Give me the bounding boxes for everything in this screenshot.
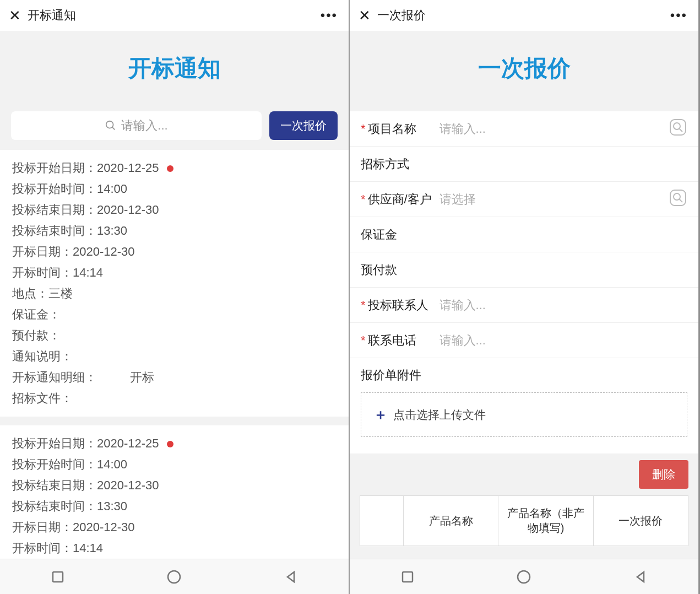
close-icon[interactable]: ✕	[359, 7, 371, 24]
android-nav-right	[350, 559, 698, 594]
row-label: 通知说明：	[12, 349, 73, 363]
row-label: 地点：	[12, 287, 48, 300]
notice-row: 投标结束日期：2020-12-30	[12, 475, 337, 496]
notice-row: 投标开始日期：2020-12-25	[12, 433, 337, 454]
close-icon[interactable]: ✕	[9, 7, 21, 24]
unread-dot-icon	[167, 165, 173, 172]
row-label: 投标结束日期：	[12, 203, 97, 217]
recent-apps-icon[interactable]	[51, 570, 65, 584]
row-value: 13:30	[97, 499, 127, 513]
row-value: 2020-12-30	[97, 478, 159, 492]
form-field[interactable]: *项目名称请输入...	[350, 111, 698, 147]
notice-row: 投标结束日期：2020-12-30	[12, 199, 337, 220]
nav-title: 开标通知	[28, 7, 76, 24]
notice-card[interactable]: 投标开始日期：2020-12-25投标开始时间：14:00投标结束日期：2020…	[0, 425, 349, 559]
more-icon[interactable]: •••	[670, 8, 687, 23]
row-label: 投标开始日期：	[12, 161, 97, 175]
row-label: 投标结束时间：	[12, 224, 97, 237]
row-label: 保证金：	[12, 307, 61, 321]
svg-point-0	[106, 121, 113, 128]
back-icon[interactable]	[284, 570, 298, 584]
row-label: 开标时间：	[12, 266, 73, 279]
required-icon: *	[361, 333, 366, 348]
home-icon[interactable]	[166, 569, 182, 585]
form-field[interactable]: *联系电话请输入...	[350, 323, 698, 358]
row-value: 14:00	[97, 182, 127, 196]
field-placeholder: 请输入...	[439, 332, 486, 349]
search-icon	[105, 120, 117, 132]
left-screen: ✕ 开标通知 ••• 开标通知 请输入... 一次报价 投标开始日期：2020-…	[0, 0, 350, 594]
upload-text: 点击选择上传文件	[393, 407, 486, 423]
row-value: 2020-12-30	[97, 203, 159, 217]
row-label: 投标结束时间：	[12, 499, 97, 513]
plus-icon: ＋	[373, 405, 388, 424]
notice-row: 投标结束时间：13:30	[12, 220, 337, 241]
svg-rect-10	[403, 572, 413, 582]
row-value: 13:30	[97, 224, 127, 237]
svg-rect-7	[670, 190, 686, 206]
lookup-icon[interactable]	[669, 188, 687, 210]
notice-row: 开标日期：2020-12-30	[12, 241, 337, 262]
quote-button[interactable]: 一次报价	[269, 111, 338, 140]
field-label: 联系电话	[368, 332, 439, 349]
recent-apps-icon[interactable]	[400, 570, 415, 584]
field-label: 招标方式	[361, 156, 432, 172]
row-value: 2020-12-25	[97, 161, 159, 175]
field-label: 供应商/客户	[368, 191, 439, 208]
delete-button[interactable]: 删除	[639, 460, 688, 489]
notice-row: 投标开始时间：14:00	[12, 179, 337, 199]
row-value: 2020-12-30	[73, 520, 135, 534]
field-placeholder: 请输入...	[439, 121, 486, 137]
notice-card[interactable]: 投标开始日期：2020-12-25投标开始时间：14:00投标结束日期：2020…	[0, 150, 349, 417]
form-field[interactable]: 保证金	[350, 217, 698, 252]
field-label: 项目名称	[368, 121, 439, 137]
delete-row: 删除	[350, 453, 698, 495]
notice-row: 地点：三楼	[12, 283, 337, 304]
row-value: 2020-12-25	[97, 436, 159, 450]
notice-row: 投标开始日期：2020-12-25	[12, 158, 337, 179]
table-header-cell	[360, 496, 404, 546]
row-value: 14:14	[73, 541, 103, 555]
navbar-left: ✕ 开标通知 •••	[0, 0, 349, 31]
field-label: 保证金	[361, 226, 432, 243]
notice-row: 通知说明：	[12, 346, 337, 367]
attachment-title: 报价单附件	[361, 367, 687, 384]
lookup-icon[interactable]	[669, 118, 687, 140]
row-value: 开标	[130, 370, 154, 384]
home-icon[interactable]	[516, 569, 531, 585]
row-label: 开标时间：	[12, 541, 73, 555]
back-icon[interactable]	[633, 570, 648, 584]
svg-line-1	[112, 127, 115, 130]
svg-rect-2	[53, 572, 63, 582]
row-label: 投标开始日期：	[12, 436, 97, 450]
row-label: 开标日期：	[12, 245, 73, 258]
notice-row: 开标时间：14:14	[12, 538, 337, 559]
row-label: 投标结束日期：	[12, 478, 97, 492]
navbar-right: ✕ 一次报价 •••	[350, 0, 698, 31]
svg-line-9	[679, 199, 682, 202]
row-label: 开标日期：	[12, 520, 73, 534]
form-field[interactable]: 招标方式	[350, 147, 698, 182]
android-nav-left	[0, 559, 349, 594]
attachment-section: 报价单附件 ＋ 点击选择上传文件	[350, 358, 698, 453]
form-field[interactable]: 预付款	[350, 252, 698, 288]
form-field[interactable]: *投标联系人请输入...	[350, 288, 698, 323]
unread-dot-icon	[167, 441, 173, 447]
notice-row: 开标通知明细：开标	[12, 367, 337, 388]
row-label: 开标通知明细：	[12, 370, 97, 384]
form-field[interactable]: *供应商/客户请选择	[350, 182, 698, 217]
row-label: 预付款：	[12, 328, 61, 342]
svg-point-3	[168, 571, 180, 583]
notice-list[interactable]: 投标开始日期：2020-12-25投标开始时间：14:00投标结束日期：2020…	[0, 150, 349, 559]
product-table-header: 产品名称产品名称（非产物填写)一次报价	[360, 495, 688, 546]
row-value: 14:14	[73, 266, 103, 279]
row-label: 投标开始时间：	[12, 182, 97, 196]
page-title-right: 一次报价	[350, 31, 698, 111]
right-screen: ✕ 一次报价 ••• 一次报价 *项目名称请输入...招标方式*供应商/客户请选…	[350, 0, 699, 594]
search-input[interactable]: 请输入...	[11, 111, 262, 140]
upload-box[interactable]: ＋ 点击选择上传文件	[361, 392, 687, 437]
svg-line-6	[679, 128, 682, 132]
row-value: 14:00	[97, 457, 127, 471]
page-title-left: 开标通知	[0, 31, 349, 111]
more-icon[interactable]: •••	[321, 8, 338, 23]
